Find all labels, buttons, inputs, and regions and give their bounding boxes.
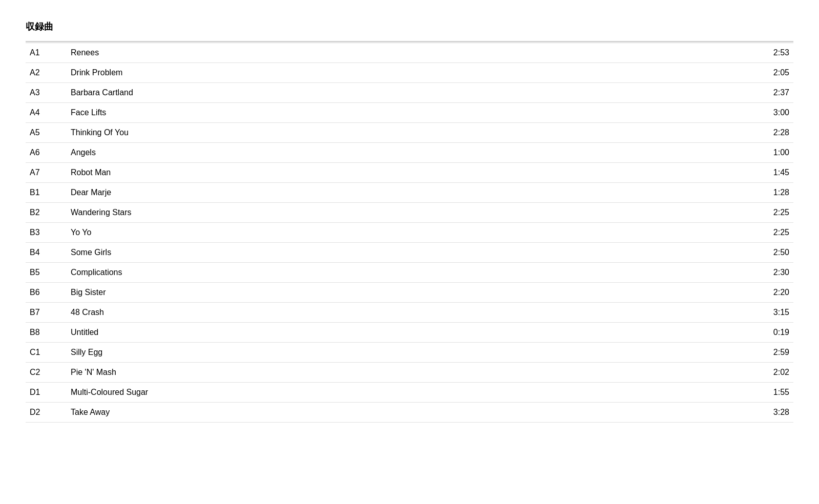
table-row: B6Big Sister2:20 bbox=[26, 282, 793, 302]
track-title: Wandering Stars bbox=[67, 202, 634, 222]
track-duration: 2:59 bbox=[634, 342, 793, 362]
track-number: A6 bbox=[26, 142, 67, 162]
track-number: D1 bbox=[26, 382, 67, 402]
track-title: Take Away bbox=[67, 402, 634, 422]
track-number: B3 bbox=[26, 222, 67, 242]
track-title: Big Sister bbox=[67, 282, 634, 302]
track-number: A1 bbox=[26, 43, 67, 62]
track-duration: 1:28 bbox=[634, 182, 793, 202]
track-number: B2 bbox=[26, 202, 67, 222]
table-row: C1Silly Egg2:59 bbox=[26, 342, 793, 362]
track-title: Dear Marje bbox=[67, 182, 634, 202]
track-duration: 3:00 bbox=[634, 102, 793, 122]
track-title: Robot Man bbox=[67, 162, 634, 182]
track-number: A4 bbox=[26, 102, 67, 122]
track-title: Silly Egg bbox=[67, 342, 634, 362]
track-title: Yo Yo bbox=[67, 222, 634, 242]
track-number: A3 bbox=[26, 82, 67, 102]
track-number: B1 bbox=[26, 182, 67, 202]
table-row: B4Some Girls2:50 bbox=[26, 242, 793, 262]
section-title: 収録曲 bbox=[26, 20, 793, 33]
table-row: B5Complications2:30 bbox=[26, 262, 793, 282]
track-duration: 3:28 bbox=[634, 402, 793, 422]
table-row: A6Angels1:00 bbox=[26, 142, 793, 162]
track-number: B5 bbox=[26, 262, 67, 282]
track-duration: 1:00 bbox=[634, 142, 793, 162]
track-duration: 0:19 bbox=[634, 322, 793, 342]
table-row: C2Pie 'N' Mash2:02 bbox=[26, 362, 793, 382]
table-row: B3Yo Yo2:25 bbox=[26, 222, 793, 242]
track-title: Face Lifts bbox=[67, 102, 634, 122]
track-duration: 2:20 bbox=[634, 282, 793, 302]
table-row: B1Dear Marje1:28 bbox=[26, 182, 793, 202]
track-duration: 2:02 bbox=[634, 362, 793, 382]
table-row: A7Robot Man1:45 bbox=[26, 162, 793, 182]
track-duration: 2:50 bbox=[634, 242, 793, 262]
track-number: A2 bbox=[26, 62, 67, 82]
track-title: Barbara Cartland bbox=[67, 82, 634, 102]
track-duration: 2:25 bbox=[634, 222, 793, 242]
track-duration: 2:30 bbox=[634, 262, 793, 282]
table-row: A3Barbara Cartland2:37 bbox=[26, 82, 793, 102]
table-row: A2Drink Problem2:05 bbox=[26, 62, 793, 82]
track-number: A5 bbox=[26, 122, 67, 142]
table-row: B8Untitled0:19 bbox=[26, 322, 793, 342]
track-number: B7 bbox=[26, 302, 67, 322]
track-duration: 3:15 bbox=[634, 302, 793, 322]
track-title: Drink Problem bbox=[67, 62, 634, 82]
track-number: B6 bbox=[26, 282, 67, 302]
track-duration: 2:28 bbox=[634, 122, 793, 142]
track-title: Renees bbox=[67, 43, 634, 62]
track-duration: 2:53 bbox=[634, 43, 793, 62]
track-duration: 1:45 bbox=[634, 162, 793, 182]
track-duration: 2:37 bbox=[634, 82, 793, 102]
track-title: Pie 'N' Mash bbox=[67, 362, 634, 382]
track-number: D2 bbox=[26, 402, 67, 422]
tracklist-table: A1Renees2:53A2Drink Problem2:05A3Barbara… bbox=[26, 41, 793, 423]
table-row: A1Renees2:53 bbox=[26, 43, 793, 62]
track-title: Some Girls bbox=[67, 242, 634, 262]
track-title: Multi-Coloured Sugar bbox=[67, 382, 634, 402]
track-duration: 2:05 bbox=[634, 62, 793, 82]
track-title: Thinking Of You bbox=[67, 122, 634, 142]
table-row: D1Multi-Coloured Sugar1:55 bbox=[26, 382, 793, 402]
track-duration: 2:25 bbox=[634, 202, 793, 222]
track-number: A7 bbox=[26, 162, 67, 182]
table-row: B748 Crash3:15 bbox=[26, 302, 793, 322]
track-title: 48 Crash bbox=[67, 302, 634, 322]
table-row: A5Thinking Of You2:28 bbox=[26, 122, 793, 142]
track-title: Untitled bbox=[67, 322, 634, 342]
track-number: C1 bbox=[26, 342, 67, 362]
track-number: B8 bbox=[26, 322, 67, 342]
table-row: D2Take Away3:28 bbox=[26, 402, 793, 422]
table-row: A4Face Lifts3:00 bbox=[26, 102, 793, 122]
track-number: C2 bbox=[26, 362, 67, 382]
track-title: Angels bbox=[67, 142, 634, 162]
table-row: B2Wandering Stars2:25 bbox=[26, 202, 793, 222]
track-duration: 1:55 bbox=[634, 382, 793, 402]
track-title: Complications bbox=[67, 262, 634, 282]
track-number: B4 bbox=[26, 242, 67, 262]
